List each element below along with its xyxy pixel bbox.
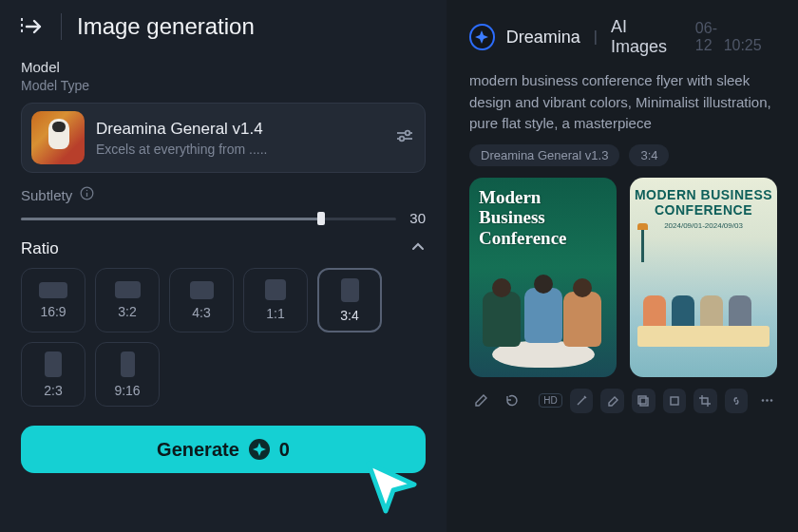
app-section: AI Images (611, 17, 684, 57)
ratio-option-4-3[interactable]: 4:3 (169, 268, 234, 332)
timestamp: 06-1210:25 (695, 20, 779, 54)
results-panel: Dreamina | AI Images 06-1210:25 modern b… (446, 0, 798, 532)
ratio-header[interactable]: Ratio (21, 239, 426, 258)
date: 06-12 (695, 20, 717, 53)
model-section-label: Model (21, 59, 426, 75)
ratio-option-2-3[interactable]: 2:3 (21, 342, 86, 407)
time: 10:25 (724, 37, 762, 53)
ratio-label: Ratio (21, 239, 59, 258)
layers-icon[interactable] (632, 389, 656, 413)
expand-icon[interactable] (663, 389, 687, 413)
svg-point-2 (406, 131, 410, 136)
ratio-option-1-1[interactable]: 1:1 (243, 268, 308, 332)
subtlety-slider[interactable] (21, 213, 396, 224)
thumb1-title: Modern Business Conference (479, 187, 607, 250)
chevron-up-icon (410, 239, 426, 258)
model-info: Dreamina General v1.4 Excels at everythi… (96, 120, 383, 157)
subtlety-row: Subtlety (21, 186, 426, 204)
result-thumbnails: Modern Business Conference MODERN BUSINE… (469, 178, 779, 377)
credits-icon (249, 439, 270, 460)
svg-point-13 (770, 399, 773, 402)
ratio-option-label: 16:9 (40, 304, 66, 319)
model-type-label: Model Type (21, 78, 426, 93)
more-icon[interactable] (755, 389, 779, 413)
ratio-option-9-16[interactable]: 9:16 (95, 342, 160, 407)
svg-rect-9 (640, 398, 648, 406)
model-description: Excels at everything from ..... (96, 142, 383, 157)
svg-point-11 (762, 399, 765, 402)
result-chips: Dreamina General v1.3 3:4 (469, 144, 779, 166)
model-thumbnail (31, 111, 85, 164)
model-name: Dreamina General v1.4 (96, 120, 383, 139)
hd-badge[interactable]: HD (539, 393, 561, 408)
result-image-1[interactable]: Modern Business Conference (469, 178, 617, 377)
ratio-option-16-9[interactable]: 16:9 (21, 268, 86, 332)
ratio-option-3-2[interactable]: 3:2 (95, 268, 160, 332)
result-header: Dreamina | AI Images 06-1210:25 (469, 17, 779, 57)
svg-point-7 (86, 190, 87, 191)
prompt-text: modern business conference flyer with sl… (469, 70, 779, 135)
app-name: Dreamina (506, 28, 580, 48)
page-title: Image generation (77, 13, 255, 40)
crop-icon[interactable] (694, 389, 717, 413)
ratio-option-label: 1:1 (266, 306, 284, 321)
collapse-icon[interactable] (21, 16, 46, 37)
edit-icon[interactable] (469, 389, 493, 413)
svg-point-12 (766, 399, 769, 402)
settings-panel: Image generation Model Model Type Dreami… (0, 0, 446, 532)
sliders-icon[interactable] (394, 125, 415, 150)
svg-point-4 (400, 137, 405, 142)
generate-button[interactable]: Generate 0 (21, 426, 426, 473)
ratio-option-label: 2:3 (44, 383, 62, 398)
ratio-option-label: 4:3 (192, 305, 210, 320)
erase-icon[interactable] (600, 389, 624, 413)
divider (61, 13, 62, 40)
chip-model[interactable]: Dreamina General v1.3 (469, 144, 619, 166)
link-icon[interactable] (725, 389, 749, 413)
ratio-option-label: 3:2 (118, 304, 136, 319)
app-icon (469, 24, 495, 50)
info-icon[interactable] (80, 186, 94, 204)
wand-icon[interactable] (570, 389, 594, 413)
thumb2-date: 2024/09/01-2024/09/03 (630, 221, 777, 230)
subtlety-value: 30 (409, 210, 426, 226)
svg-rect-10 (671, 397, 678, 405)
svg-rect-8 (638, 396, 646, 404)
ratio-option-label: 3:4 (340, 308, 358, 323)
breadcrumb-separator: | (594, 28, 598, 46)
subtlety-slider-row: 30 (21, 210, 426, 226)
result-image-2[interactable]: MODERN BUSINESS CONFERENCE 2024/09/01-20… (630, 178, 777, 377)
ratio-option-3-4[interactable]: 3:4 (317, 268, 382, 332)
result-actions: HD (469, 389, 779, 413)
retry-icon[interactable] (501, 389, 524, 413)
ratio-grid: 16:9 3:2 4:3 1:1 3:4 2:3 9:16 (21, 268, 426, 407)
model-selector[interactable]: Dreamina General v1.4 Excels at everythi… (21, 103, 426, 173)
credits-count: 0 (279, 439, 290, 461)
subtlety-label: Subtlety (21, 187, 72, 203)
thumb2-title: MODERN BUSINESS CONFERENCE (630, 187, 777, 218)
ratio-option-label: 9:16 (114, 383, 140, 398)
header: Image generation (21, 13, 426, 40)
generate-label: Generate (157, 439, 239, 461)
chip-ratio[interactable]: 3:4 (629, 144, 669, 166)
